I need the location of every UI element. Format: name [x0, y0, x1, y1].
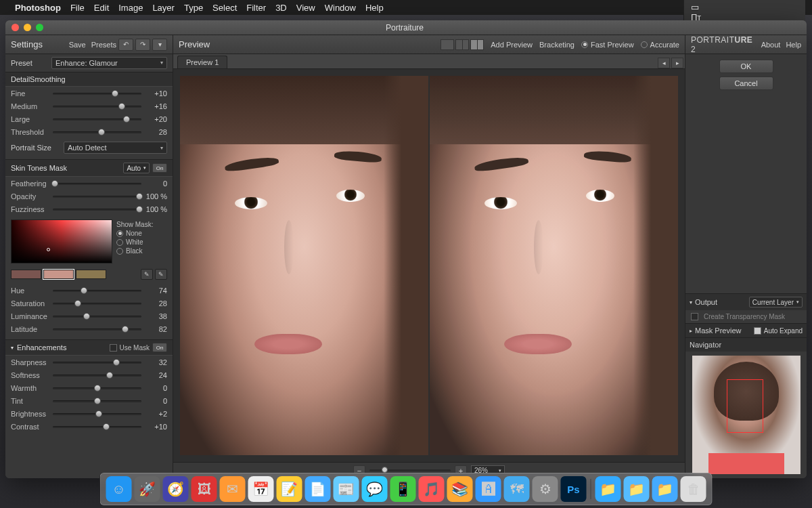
navigator-thumbnail[interactable] — [692, 356, 800, 474]
menu-view[interactable]: View — [296, 3, 315, 13]
medium-slider[interactable] — [53, 102, 141, 111]
dock-app-8[interactable]: 📰 — [334, 476, 359, 502]
warmth-slider[interactable] — [53, 383, 141, 393]
menu-select[interactable]: Select — [212, 3, 237, 13]
dock-app-14[interactable]: 🗺 — [504, 476, 530, 502]
dock-app-9[interactable]: 💬 — [362, 476, 388, 502]
minimize-button[interactable] — [24, 24, 31, 31]
app-name[interactable]: Photoshop — [15, 3, 61, 13]
menu-window[interactable]: Window — [325, 3, 356, 13]
menu-edit[interactable]: Edit — [94, 3, 109, 13]
ok-button[interactable]: OK — [719, 60, 773, 73]
dock-app-17[interactable]: 📁 — [595, 476, 621, 502]
dock-app-19[interactable]: 📁 — [652, 476, 678, 502]
preview-after[interactable] — [430, 76, 678, 455]
fuzziness-slider[interactable] — [53, 205, 141, 214]
luminance-slider[interactable] — [53, 312, 141, 321]
dock-app-2[interactable]: 🧭 — [163, 476, 189, 502]
menu-type[interactable]: Type — [184, 3, 203, 13]
dock-app-4[interactable]: ✉ — [220, 476, 246, 502]
swatch-1[interactable] — [11, 270, 41, 279]
navigator-viewport-rect[interactable] — [727, 379, 763, 433]
mask-mode-dropdown[interactable]: Auto▾ — [123, 163, 150, 173]
contrast-slider[interactable] — [53, 422, 141, 431]
softness-slider[interactable] — [53, 371, 141, 380]
dock-app-1[interactable]: 🚀 — [135, 476, 160, 502]
output-collapse-icon[interactable]: ▾ — [690, 299, 692, 305]
maximize-button[interactable] — [36, 24, 43, 31]
dock-app-6[interactable]: 📝 — [277, 476, 302, 502]
tab-prev-icon[interactable]: ◂ — [658, 58, 670, 68]
mask-on-toggle[interactable]: On — [152, 163, 167, 173]
menu-filter[interactable]: Filter — [246, 3, 266, 13]
menu-3d[interactable]: 3D — [275, 3, 287, 13]
dock-app-11[interactable]: 🎵 — [419, 476, 445, 502]
undo-icon[interactable]: ↶ — [118, 39, 133, 51]
transparency-mask-checkbox[interactable] — [691, 313, 698, 320]
redo-icon[interactable]: ↷ — [135, 39, 150, 51]
view-split-v-button[interactable] — [470, 39, 484, 50]
dock-app-7[interactable]: 📄 — [305, 476, 331, 502]
dock-app-18[interactable]: 📁 — [624, 476, 650, 502]
enh-on-toggle[interactable]: On — [152, 343, 167, 352]
mask-white-radio[interactable] — [116, 239, 123, 246]
swatch-3[interactable] — [76, 270, 106, 279]
cancel-button[interactable]: Cancel — [719, 77, 773, 90]
dock-app-3[interactable]: 🖼 — [191, 476, 217, 502]
menu-chevron-icon[interactable]: ▾ — [152, 39, 167, 51]
large-slider[interactable] — [53, 114, 141, 124]
presets-button[interactable]: Presets — [91, 41, 116, 49]
menu-image[interactable]: Image — [118, 3, 143, 13]
about-link[interactable]: About — [761, 41, 781, 49]
dock-app-0[interactable]: ☺ — [106, 476, 132, 502]
latitude-slider[interactable] — [53, 324, 141, 334]
close-button[interactable] — [12, 24, 19, 31]
sharpness-slider[interactable] — [53, 358, 141, 367]
fine-slider[interactable] — [53, 89, 141, 98]
help-link[interactable]: Help — [786, 41, 801, 49]
hue-slider[interactable] — [53, 286, 141, 295]
view-single-button[interactable] — [441, 39, 454, 50]
accurate-radio[interactable] — [641, 41, 648, 48]
brightness-slider[interactable] — [53, 409, 141, 419]
skin-color-picker[interactable] — [11, 219, 112, 263]
view-split-h-button[interactable] — [455, 39, 469, 50]
tint-slider[interactable] — [53, 396, 141, 406]
tab-next-icon[interactable]: ▸ — [671, 58, 683, 68]
eyedropper-minus-icon[interactable]: ✎ — [155, 269, 167, 280]
menu-file[interactable]: File — [70, 3, 85, 13]
opacity-slider[interactable] — [53, 192, 141, 201]
eyedropper-icon[interactable]: ✎ — [141, 269, 153, 280]
navigator-title: Navigator — [690, 341, 803, 349]
mask-none-radio[interactable] — [116, 230, 123, 237]
dock-app-5[interactable]: 📅 — [248, 476, 274, 502]
threshold-slider[interactable] — [53, 127, 141, 137]
dock-app-16[interactable]: Ps — [561, 476, 587, 502]
preset-dropdown[interactable]: Enhance: Glamour▾ — [51, 57, 167, 69]
feathering-slider[interactable] — [53, 179, 141, 188]
menubar-battery-icon[interactable]: ▭ — [691, 2, 805, 12]
auto-expand-checkbox[interactable]: ✓ — [754, 327, 761, 335]
dock-app-13[interactable]: 🅰 — [476, 476, 501, 502]
enh-collapse-icon[interactable]: ▾ — [11, 345, 14, 351]
preview-tab-1[interactable]: Preview 1 — [177, 56, 227, 68]
add-preview-button[interactable]: Add Preview — [491, 41, 533, 49]
zoom-slider[interactable] — [369, 469, 451, 471]
dock-app-15[interactable]: ⚙ — [533, 476, 558, 502]
portrait-size-dropdown[interactable]: Auto Detect▾ — [64, 142, 167, 154]
fast-preview-radio[interactable] — [581, 41, 588, 48]
save-button[interactable]: Save — [69, 41, 86, 49]
dock-app-10[interactable]: 📱 — [390, 476, 416, 502]
preview-before[interactable] — [180, 76, 428, 455]
bracketing-button[interactable]: Bracketing — [539, 41, 574, 49]
saturation-slider[interactable] — [53, 299, 141, 308]
dock-app-20[interactable]: 🗑 — [681, 476, 706, 502]
dock-app-12[interactable]: 📚 — [447, 476, 473, 502]
mask-black-radio[interactable] — [116, 248, 123, 255]
maskprev-collapse-icon[interactable]: ▸ — [690, 328, 692, 334]
output-dropdown[interactable]: Current Layer▾ — [749, 297, 803, 308]
menu-layer[interactable]: Layer — [152, 3, 175, 13]
swatch-2[interactable] — [43, 270, 74, 279]
use-mask-checkbox[interactable] — [110, 344, 117, 352]
menu-help[interactable]: Help — [365, 3, 384, 13]
